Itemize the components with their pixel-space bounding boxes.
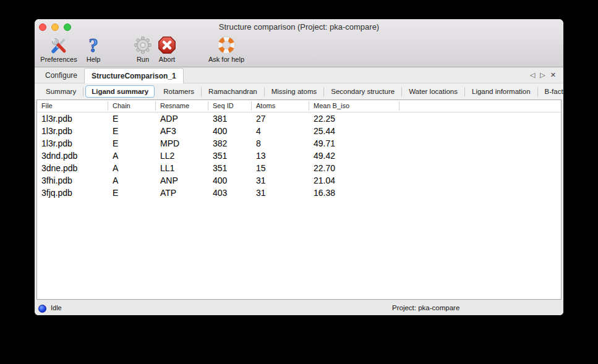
table-cell: 1l3r.pdb (37, 112, 108, 125)
table-cell: 3dne.pdb (37, 162, 108, 174)
table-cell: E (108, 187, 156, 199)
table-cell: 382 (208, 137, 252, 150)
ask-for-help-label: Ask for help (208, 56, 244, 63)
table-cell: 400 (208, 174, 252, 187)
table-cell: 13 (252, 150, 309, 162)
content-area: FileChainResnameSeq IDAtomsMean B_iso 1l… (35, 99, 563, 301)
secondary-tabbar: SummaryLigand summaryRotamersRamachandra… (35, 83, 563, 99)
primary-tabbar: Configure StructureComparison_1 ◁ ▷ ✕ (35, 67, 563, 83)
project-label: Project: pka-compare (392, 301, 459, 315)
table-cell: 22.25 (309, 112, 399, 125)
table-cell: 1l3r.pdb (37, 137, 108, 150)
table-row[interactable]: 3fjq.pdbEATP4033116.38 (37, 187, 561, 199)
table-cell: 400 (208, 125, 252, 137)
table-cell: 8 (252, 137, 309, 150)
abort-label: Abort (159, 56, 175, 63)
run-button[interactable]: Run (133, 35, 153, 63)
table-row[interactable]: 1l3r.pdbEAF3400425.44 (37, 125, 561, 137)
tools-icon (49, 35, 69, 55)
table-header-row: FileChainResnameSeq IDAtomsMean B_iso (37, 100, 561, 112)
tab-structurecomparison-1[interactable]: StructureComparison_1 (84, 68, 184, 83)
table-cell: A (108, 174, 156, 187)
table-row[interactable]: 1l3r.pdbEMPD382849.71 (37, 137, 561, 150)
table-cell: A (108, 162, 156, 174)
minimize-button[interactable] (51, 23, 59, 31)
abort-button[interactable]: Abort (157, 35, 177, 63)
table-row[interactable]: 3dne.pdbALL13511522.70 (37, 162, 561, 174)
zoom-button[interactable] (64, 23, 71, 31)
table-row[interactable]: 1l3r.pdbEADP3812722.25 (37, 112, 561, 125)
close-button[interactable] (39, 23, 46, 31)
svg-text:?: ? (88, 35, 98, 55)
lifebuoy-icon (216, 35, 236, 55)
column-header-resname[interactable]: Resname (156, 101, 208, 111)
table-cell: 381 (208, 112, 252, 125)
table-cell: A (108, 150, 156, 162)
help-label: Help (87, 56, 101, 63)
column-header-chain[interactable]: Chain (108, 101, 156, 111)
run-label: Run (137, 56, 149, 63)
table-cell: 49.71 (309, 137, 399, 150)
table-cell: 3fjq.pdb (37, 187, 108, 199)
titlebar-toolbar: Structure comparison (Project: pka-compa… (35, 19, 563, 67)
table-cell: 31 (252, 187, 309, 199)
tab-ramachandran[interactable]: Ramachandran (202, 87, 265, 96)
table-cell: MPD (156, 137, 208, 150)
table-cell: E (108, 137, 156, 150)
app-window: Structure comparison (Project: pka-compa… (35, 19, 563, 315)
stop-x-icon (157, 35, 177, 55)
help-button[interactable]: ? Help (83, 35, 103, 63)
table-cell: LL2 (156, 150, 208, 162)
table-body: 1l3r.pdbEADP3812722.251l3r.pdbEAF3400425… (37, 112, 561, 199)
table-cell: 403 (208, 187, 252, 199)
gear-icon (133, 35, 153, 55)
column-header-seq-id[interactable]: Seq ID (208, 101, 252, 111)
tab-rotamers[interactable]: Rotamers (156, 87, 202, 96)
table-cell: ADP (156, 112, 208, 125)
status-text: Idle (51, 301, 62, 315)
table-cell: 27 (252, 112, 309, 125)
table-cell: ATP (156, 187, 208, 199)
preferences-button[interactable]: Preferences (40, 35, 77, 63)
window-title: Structure comparison (Project: pka-compa… (72, 19, 526, 35)
tab-ligand-information[interactable]: Ligand information (465, 87, 538, 96)
table-cell: AF3 (156, 125, 208, 137)
table-cell: 4 (252, 125, 309, 137)
table-cell: 3dnd.pdb (37, 150, 108, 162)
table-cell: E (108, 112, 156, 125)
table-cell: 49.42 (309, 150, 399, 162)
column-header-file[interactable]: File (37, 101, 108, 111)
status-indicator-icon (38, 305, 46, 313)
tab-b-factors[interactable]: B-factors (538, 87, 563, 96)
question-mark-icon: ? (83, 35, 103, 55)
secondary-tabs: SummaryLigand summaryRotamersRamachandra… (39, 83, 563, 99)
table-cell: 1l3r.pdb (37, 125, 108, 137)
tab-summary[interactable]: Summary (39, 87, 83, 96)
tab-scroll-right-icon[interactable]: ▷ (540, 67, 545, 83)
column-header-atoms[interactable]: Atoms (252, 101, 309, 111)
table-row[interactable]: 3dnd.pdbALL23511349.42 (37, 150, 561, 162)
table-cell: 351 (208, 162, 252, 174)
column-header-mean-b-iso[interactable]: Mean B_iso (309, 101, 399, 111)
table-cell: E (108, 125, 156, 137)
status-bar: Idle Project: pka-compare (35, 301, 563, 315)
table-cell: 25.44 (309, 125, 399, 137)
ligand-summary-panel: FileChainResnameSeq IDAtomsMean B_iso 1l… (36, 99, 562, 300)
table-cell: 3fhi.pdb (37, 174, 108, 187)
table-row[interactable]: 3fhi.pdbAANP4003121.04 (37, 174, 561, 187)
preferences-label: Preferences (40, 56, 77, 63)
ask-for-help-button[interactable]: Ask for help (208, 35, 244, 63)
table-cell: 351 (208, 150, 252, 162)
column-header-filler (399, 101, 561, 111)
tab-secondary-structure[interactable]: Secondary structure (324, 87, 402, 96)
table-cell: 31 (252, 174, 309, 187)
tab-ligand-summary[interactable]: Ligand summary (85, 85, 155, 98)
tab-missing-atoms[interactable]: Missing atoms (265, 87, 325, 96)
table-cell: ANP (156, 174, 208, 187)
table-cell: 21.04 (309, 174, 399, 187)
table-cell: 15 (252, 162, 309, 174)
tab-water-locations[interactable]: Water locations (402, 87, 465, 96)
tab-configure[interactable]: Configure (38, 68, 84, 83)
tab-scroll-left-icon[interactable]: ◁ (530, 67, 535, 83)
tab-close-icon[interactable]: ✕ (550, 67, 556, 83)
